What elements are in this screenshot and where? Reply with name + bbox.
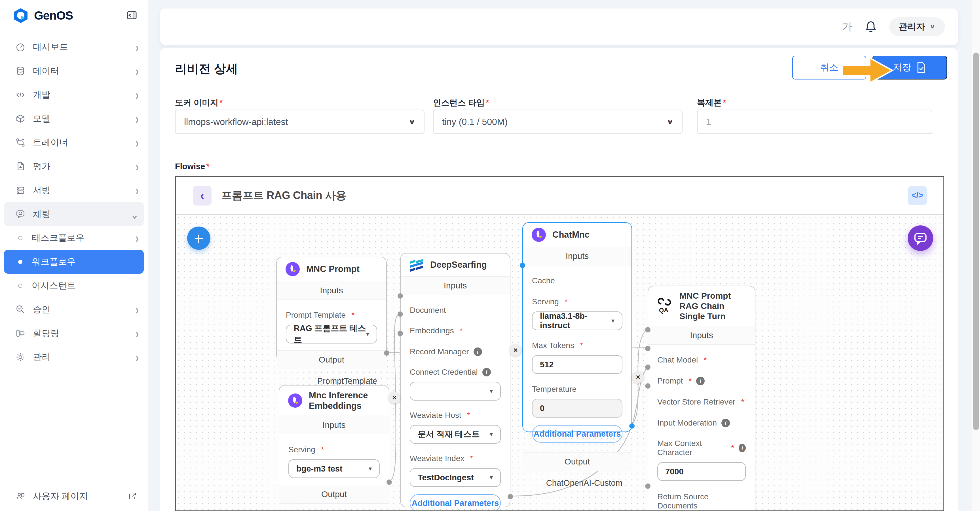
page-scrollbar-thumb[interactable]: [973, 53, 979, 430]
required-asterisk: *: [321, 445, 324, 454]
notification-bell-icon[interactable]: [865, 20, 877, 33]
instance-type-select[interactable]: tiny (0.1 / 500M) ∨: [433, 110, 682, 134]
server-icon: [14, 185, 27, 195]
sidebar-item-trainer[interactable]: 트레이너 ›: [4, 131, 144, 155]
weaviate-index-label: Weaviate Index*: [410, 454, 501, 463]
output-port[interactable]: [629, 423, 635, 429]
input-moderation-input-port[interactable]: [645, 383, 651, 389]
sidebar-item-assistant[interactable]: 어시스턴트: [4, 274, 144, 297]
node-deepsearfing[interactable]: DeepSearfing Inputs Document Embeddings*…: [400, 253, 511, 507]
output-port[interactable]: [387, 479, 392, 485]
save-button-label: 저장: [893, 61, 911, 74]
edge-delete-button[interactable]: ×: [509, 344, 522, 356]
max-context-character-input[interactable]: 7000: [657, 462, 746, 481]
sidebar-item-model[interactable]: 모델 ›: [4, 107, 144, 131]
sidebar-item-chat[interactable]: 채팅 ⌄: [4, 202, 144, 226]
prompt-template-select[interactable]: RAG 프롬프트 테스트 ▾: [286, 325, 377, 343]
weaviate-index-select[interactable]: TestDocIngest ▾: [410, 468, 501, 487]
additional-parameters-button[interactable]: Additional Parameters: [410, 494, 501, 511]
node-mnc-inference-embeddings[interactable]: Mnc Inference Embeddings Inputs Serving*…: [279, 385, 389, 490]
max-tokens-input[interactable]: 512: [532, 355, 622, 374]
page-scrollbar-track[interactable]: [972, 0, 980, 511]
sidebar-item-taskflow[interactable]: 태스크플로우 ›: [4, 226, 144, 250]
sidebar-item-serving[interactable]: 서빙 ›: [4, 178, 144, 202]
sidebar-item-label: 대시보드: [33, 41, 135, 53]
document-input-port[interactable]: [398, 293, 403, 299]
sidebar-item-workflow[interactable]: 워크플로우: [4, 250, 144, 274]
docker-image-select[interactable]: llmops-workflow-api:latest ∨: [175, 110, 425, 134]
embeddings-input-port[interactable]: [398, 311, 403, 317]
chat-fab-button[interactable]: [908, 225, 933, 251]
max-context-character-label: Max Context Character* i: [657, 439, 746, 457]
chevron-down-icon: ∨: [409, 118, 415, 126]
info-icon[interactable]: i: [482, 368, 491, 377]
view-code-button[interactable]: </>: [908, 186, 927, 205]
info-icon[interactable]: i: [474, 348, 482, 356]
node-title: MNC Prompt: [306, 264, 360, 274]
cache-input-port[interactable]: [520, 263, 525, 268]
serving-select[interactable]: bge-m3 test ▾: [288, 459, 380, 478]
required-asterisk: *: [220, 98, 223, 107]
node-mnc-prompt[interactable]: MNC Prompt Inputs Prompt Template* RAG 프…: [276, 257, 387, 361]
required-asterisk: *: [460, 326, 463, 335]
required-asterisk: *: [689, 377, 692, 385]
edge-delete-button[interactable]: ×: [632, 371, 644, 383]
sidebar-item-data[interactable]: 데이터 ›: [4, 59, 144, 83]
info-icon[interactable]: i: [739, 444, 746, 452]
required-asterisk: *: [741, 398, 744, 407]
weaviate-index-value: TestDocIngest: [418, 473, 474, 482]
temperature-label: Temperature: [532, 385, 622, 394]
weaviate-host-value: 문서 적재 테스트: [418, 429, 480, 440]
additional-parameters-button[interactable]: Additional Parameters: [532, 425, 622, 442]
chat-model-input-port[interactable]: [645, 327, 651, 332]
flowise-label: Flowise*: [175, 162, 210, 171]
sidebar-item-develop[interactable]: 개발 ›: [4, 83, 144, 107]
sidebar-collapse-icon[interactable]: [126, 10, 138, 21]
sidebar-item-dashboard[interactable]: 대시보드 ›: [4, 35, 144, 59]
add-node-button[interactable]: +: [187, 227, 210, 250]
chevron-down-icon: ∨: [930, 24, 935, 30]
prompt-template-value: RAG 프롬프트 테스트: [294, 323, 366, 345]
connect-credential-select[interactable]: ▾: [410, 382, 501, 401]
sidebar-item-quota[interactable]: 할당량 ›: [4, 321, 144, 345]
sidebar-item-label: 채팅: [33, 208, 131, 220]
weaviate-host-select[interactable]: 문서 적재 테스트 ▾: [410, 425, 501, 444]
user-menu-button[interactable]: 관리자 ∨: [889, 17, 945, 36]
edge-delete-button[interactable]: ×: [388, 391, 400, 403]
chat-model-label: Chat Model*: [657, 355, 746, 364]
vector-store-input-port[interactable]: [645, 364, 651, 370]
caret-down-icon: ▾: [611, 317, 614, 324]
node-rag-chain[interactable]: QA MNC Prompt RAG Chain Single Turn Inpu…: [648, 286, 756, 511]
required-asterisk: *: [352, 311, 355, 319]
sidebar-item-evaluation[interactable]: 평가 ›: [4, 155, 144, 178]
cache-label: Cache: [532, 276, 622, 285]
flowise-canvas: ‹ 프롬프트 RAG Chain 사용 </> +: [175, 176, 944, 511]
sidebar-item-user-page[interactable]: 사용자 페이지: [4, 484, 144, 508]
temperature-input[interactable]: 0: [532, 399, 622, 418]
info-icon[interactable]: i: [721, 419, 730, 427]
flowise-canvas-header: ‹ 프롬프트 RAG Chain 사용 </>: [176, 177, 943, 215]
record-manager-input-port[interactable]: [398, 331, 403, 336]
text-size-button[interactable]: 가: [842, 20, 853, 34]
sidebar-item-admin[interactable]: 관리 ›: [4, 345, 144, 369]
replicas-input[interactable]: 1: [697, 110, 932, 134]
output-anchor-label: HuggingFaceInferenceEmbeddings: [279, 504, 389, 511]
flowise-canvas-body[interactable]: +: [176, 215, 943, 511]
serving-select[interactable]: llama3.1-8b-instruct ▾: [532, 311, 622, 330]
node-chatmnc[interactable]: ChatMnc Inputs Cache Serving* llama3.1-8…: [522, 222, 632, 432]
back-button[interactable]: ‹: [193, 186, 212, 206]
output-port[interactable]: [384, 350, 389, 356]
node-body: Chat Model* Prompt* i Vector Store Retri…: [648, 345, 755, 511]
info-icon[interactable]: i: [696, 377, 705, 385]
output-port[interactable]: [508, 494, 513, 499]
sidebar-item-approval[interactable]: 승인 ›: [4, 297, 144, 321]
inputs-section-label: Inputs: [279, 416, 389, 434]
instance-type-value: tiny (0.1 / 500M): [442, 117, 508, 127]
sidebar-item-label: 모델: [33, 113, 135, 125]
sidebar-item-label: 어시스턴트: [32, 279, 138, 292]
prompt-input-port[interactable]: [645, 346, 651, 351]
ifelse-link-input-port[interactable]: [645, 484, 651, 489]
top-header-bar: 가 관리자 ∨: [160, 8, 958, 45]
chatmnc-node-icon: [531, 227, 546, 242]
required-asterisk: *: [731, 444, 734, 452]
